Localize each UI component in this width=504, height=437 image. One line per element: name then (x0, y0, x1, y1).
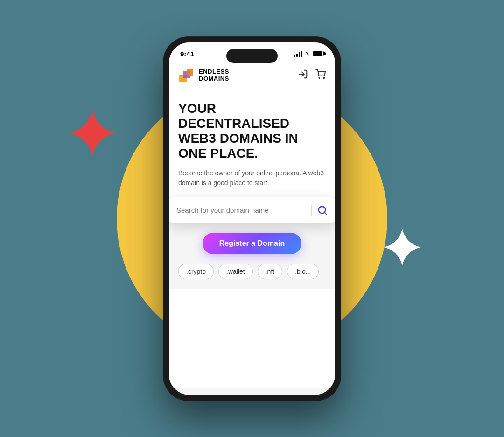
red-sparkle-icon (69, 110, 116, 156)
signal-icon (294, 51, 302, 57)
white-sparkle-icon (384, 229, 421, 266)
logo: ENDLESS DOMAINS (178, 67, 229, 84)
hero-subtitle: Become the owner of your online persona.… (178, 168, 326, 188)
login-button[interactable] (298, 69, 308, 82)
logo-text: ENDLESS DOMAINS (199, 69, 229, 82)
battery-icon (313, 51, 324, 56)
app-content: ENDLESS DOMAINS (169, 62, 335, 388)
search-input-wrap[interactable] (176, 206, 306, 215)
status-time: 9:41 (180, 50, 194, 58)
logo-icon (178, 67, 195, 84)
hero-title: YOUR DECENTRALISED WEB3 DOMAINS IN ONE P… (178, 101, 326, 161)
search-card (169, 197, 335, 223)
search-input[interactable] (176, 206, 306, 214)
tld-pill-wallet[interactable]: .wallet (218, 264, 253, 279)
wifi-icon: ∿ (305, 50, 310, 57)
nav-actions (298, 69, 326, 82)
svg-line-7 (324, 213, 326, 215)
tld-pills: .crypto .wallet .nft .blo... (178, 264, 326, 279)
gray-section: Register a Domain .crypto .wallet .nft .… (169, 223, 335, 289)
cart-button[interactable] (315, 69, 326, 82)
svg-point-4 (319, 77, 320, 78)
search-button[interactable] (317, 205, 328, 215)
scene: 9:41 ∿ (0, 0, 504, 437)
tld-pill-blo[interactable]: .blo... (287, 264, 319, 279)
tld-pill-nft[interactable]: .nft (258, 264, 282, 279)
tld-pill-crypto[interactable]: .crypto (178, 264, 214, 279)
bottom-area (169, 289, 335, 326)
search-divider (311, 205, 312, 216)
phone-frame: 9:41 ∿ (163, 37, 341, 401)
hero-section: YOUR DECENTRALISED WEB3 DOMAINS IN ONE P… (169, 90, 335, 198)
search-bar (176, 205, 328, 216)
phone-mockup: 9:41 ∿ (163, 37, 341, 401)
logo-name-bottom: DOMAINS (199, 76, 229, 82)
navbar: ENDLESS DOMAINS (169, 62, 335, 90)
register-button[interactable]: Register a Domain (203, 233, 301, 254)
svg-rect-2 (187, 69, 193, 76)
phone-screen: 9:41 ∿ (169, 42, 335, 395)
logo-name-top: ENDLESS (199, 69, 229, 75)
status-icons: ∿ (294, 50, 324, 57)
svg-point-5 (323, 77, 324, 78)
dynamic-island (226, 49, 278, 63)
